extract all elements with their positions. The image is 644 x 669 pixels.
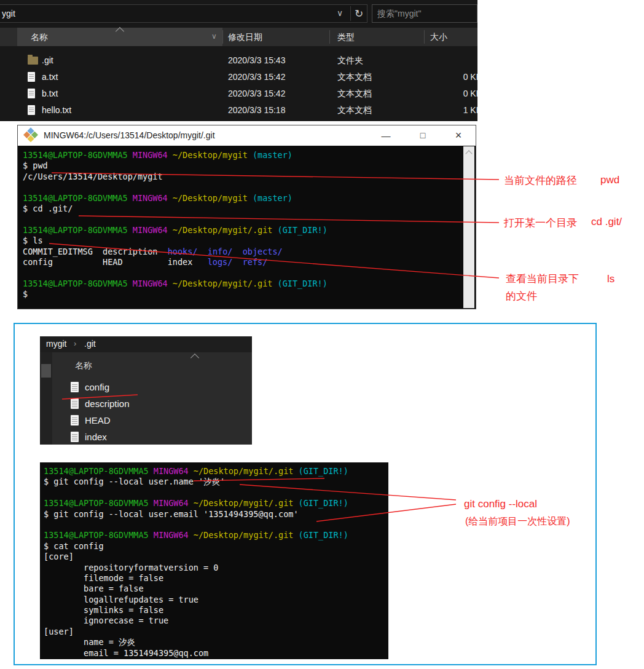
file-name: a.txt xyxy=(42,72,58,82)
breadcrumb-git[interactable]: .git xyxy=(84,339,96,349)
file-row[interactable]: hello.txt2020/3/3 15:18文本文档1 KB xyxy=(0,102,477,119)
terminal-line: [core] xyxy=(44,552,348,562)
breadcrumb: mygit › .git xyxy=(40,336,252,352)
text-file-icon xyxy=(28,72,35,82)
refresh-icon[interactable]: ↻ xyxy=(355,7,363,20)
file-list-body: 名称 configdescriptionHEADindex xyxy=(40,352,252,445)
address-bar[interactable]: ygit ∨ ↻ xyxy=(0,4,367,23)
file-row[interactable]: HEAD xyxy=(40,413,252,429)
column-header-name[interactable]: 名称 xyxy=(31,32,48,43)
terminal-line: symlinks = false xyxy=(44,605,348,616)
column-headers: 名称 ∨ 修改日期 类型 大小 xyxy=(0,28,477,46)
scrollbar[interactable] xyxy=(463,146,474,308)
column-header-date[interactable]: 修改日期 xyxy=(228,32,262,43)
file-type: 文件夹 xyxy=(337,55,363,66)
terminal-line xyxy=(23,214,328,224)
text-file-icon xyxy=(28,105,35,115)
column-header-type[interactable]: 类型 xyxy=(337,32,355,43)
terminal-line: /c/Users/13514/Desktop/mygit xyxy=(23,172,328,182)
file-row[interactable]: config xyxy=(40,379,252,396)
terminal-line: 13514@LAPTOP-8GDVMMA5 MINGW64 ~/Desktop/… xyxy=(23,225,328,236)
scroll-up-icon[interactable] xyxy=(465,150,472,157)
file-name: .git xyxy=(42,55,53,65)
terminal-line: config HEAD index logs/ refs/ xyxy=(23,257,328,267)
file-size: 0 KB xyxy=(430,72,477,82)
search-input[interactable] xyxy=(372,5,477,22)
git-config-terminal: 13514@LAPTOP-8GDVMMA5 MINGW64 ~/Desktop/… xyxy=(40,462,388,659)
file-name: index xyxy=(85,432,107,442)
file-row[interactable]: a.txt2020/3/3 15:42文本文档0 KB xyxy=(0,69,477,85)
window-title: MINGW64:/c/Users/13514/Desktop/mygit/.gi… xyxy=(44,130,215,140)
terminal-line xyxy=(44,520,348,530)
text-file-icon xyxy=(28,89,35,98)
file-row[interactable]: b.txt2020/3/3 15:42文本文档0 KB xyxy=(0,85,477,102)
annotation-cd-cmd: cd .git/ xyxy=(591,215,622,228)
file-list: configdescriptionHEADindex xyxy=(40,379,252,446)
terminal-line xyxy=(23,182,328,192)
text-file-icon xyxy=(71,398,79,409)
divider xyxy=(329,30,330,44)
breadcrumb-mygit[interactable]: mygit xyxy=(46,339,66,349)
terminal-line: name = 汐炎 xyxy=(44,637,348,647)
file-row[interactable]: index xyxy=(40,429,252,446)
file-name: HEAD xyxy=(85,415,111,426)
terminal-line: 13514@LAPTOP-8GDVMMA5 MINGW64 ~/Desktop/… xyxy=(23,279,328,289)
divider xyxy=(222,30,223,44)
address-text: ygit xyxy=(2,9,15,18)
annotation-ls-label-2: 的文件 xyxy=(506,290,537,303)
column-filter-icon[interactable]: ∨ xyxy=(211,32,217,41)
gutter-thumb xyxy=(41,364,51,378)
screenshot-canvas: ygit ∨ ↻ 名称 ∨ 修改日期 类型 大小 .git2020/3/3 15… xyxy=(0,0,644,669)
terminal-line: [user] xyxy=(44,627,348,637)
terminal-output: 13514@LAPTOP-8GDVMMA5 MINGW64 ~/Desktop/… xyxy=(23,150,328,299)
folder-icon xyxy=(28,55,38,65)
terminal-line: 13514@LAPTOP-8GDVMMA5 MINGW64 ~/Desktop/… xyxy=(44,530,348,540)
annotation-git-config-note: (给当前项目一次性设置) xyxy=(465,515,570,528)
file-size: 0 KB xyxy=(430,89,477,98)
file-name: b.txt xyxy=(42,89,58,98)
search-box[interactable] xyxy=(372,4,477,23)
file-type: 文本文档 xyxy=(337,89,372,100)
terminal-line: ignorecase = true xyxy=(44,616,348,626)
column-header-size[interactable]: 大小 xyxy=(430,32,447,43)
annotation-pwd-cmd: pwd xyxy=(600,173,619,186)
terminal-line: COMMIT_EDITMSG description hooks/ info/ … xyxy=(23,247,328,257)
breadcrumb-separator-icon: › xyxy=(74,339,76,348)
annotation-ls-cmd: ls xyxy=(607,272,615,285)
close-button[interactable]: × xyxy=(448,125,469,146)
annotation-ls-label: 查看当前目录下 xyxy=(506,272,579,285)
file-row[interactable]: description xyxy=(40,396,252,413)
terminal-line: 13514@LAPTOP-8GDVMMA5 MINGW64 ~/Desktop/… xyxy=(44,466,348,477)
terminal-line: $ pwd xyxy=(23,160,328,171)
terminal-line: email = 1351494395@qq.com xyxy=(44,648,348,659)
sort-ascending-icon xyxy=(190,354,199,362)
divider xyxy=(350,6,351,21)
terminal-line: 13514@LAPTOP-8GDVMMA5 MINGW64 ~/Desktop/… xyxy=(44,498,348,509)
terminal-line: 13514@LAPTOP-8GDVMMA5 MINGW64 ~/Desktop/… xyxy=(23,193,328,204)
file-name: config xyxy=(85,382,109,392)
terminal-line: $ cat config xyxy=(44,541,348,552)
file-name: hello.txt xyxy=(42,105,71,115)
terminal-line: filemode = false xyxy=(44,573,348,584)
terminal-line xyxy=(23,267,328,278)
text-file-icon xyxy=(71,415,79,426)
maximize-button[interactable]: □ xyxy=(412,125,433,146)
terminal-line: $ cd .git/ xyxy=(23,204,328,214)
file-date: 2020/3/3 15:43 xyxy=(228,55,285,65)
git-bash-window: MINGW64:/c/Users/13514/Desktop/mygit/.gi… xyxy=(17,125,476,309)
annotation-cd-label: 打开某一个目录 xyxy=(504,216,577,229)
git-bash-icon xyxy=(23,127,38,143)
terminal-line: logallrefupdates = true xyxy=(44,595,348,605)
file-date: 2020/3/3 15:42 xyxy=(228,72,285,82)
terminal-line: $ git config --local user.email '1351494… xyxy=(44,509,348,520)
annotation-pwd-label: 当前文件的路径 xyxy=(504,174,577,187)
divider xyxy=(424,30,425,44)
window-titlebar[interactable]: MINGW64:/c/Users/13514/Desktop/mygit/.gi… xyxy=(18,125,476,146)
minimize-button[interactable]: — xyxy=(375,125,396,146)
file-name: description xyxy=(85,398,130,409)
column-header-name[interactable]: 名称 xyxy=(75,360,92,371)
address-dropdown-icon[interactable]: ∨ xyxy=(337,8,343,18)
file-date: 2020/3/3 15:42 xyxy=(228,89,285,98)
file-row[interactable]: .git2020/3/3 15:43文件夹 xyxy=(0,52,477,69)
terminal-output: 13514@LAPTOP-8GDVMMA5 MINGW64 ~/Desktop/… xyxy=(44,466,348,659)
